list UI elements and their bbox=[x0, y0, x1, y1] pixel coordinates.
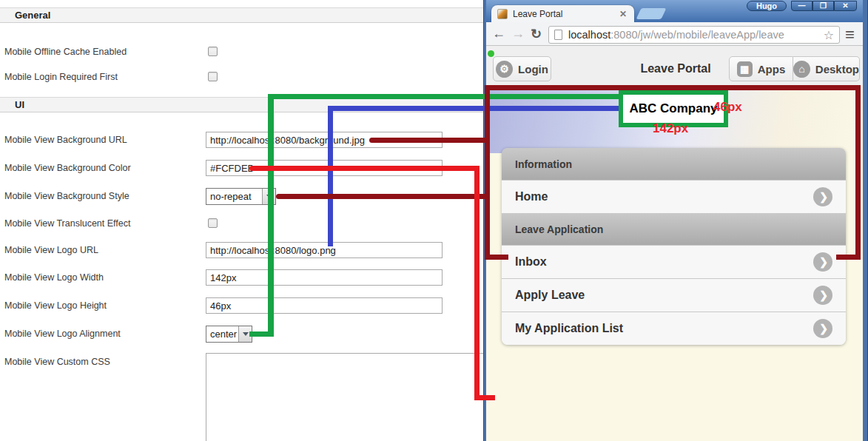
back-icon[interactable]: ← bbox=[492, 26, 505, 41]
url-host: localhost bbox=[568, 29, 610, 41]
browser-window: Leave Portal ✕ Hugo — ❐ ✕ ← → ↻ localhos… bbox=[483, 0, 868, 441]
field-label-offline-cache: Mobile Offline Cache Enabled bbox=[4, 47, 127, 57]
custom-css-textarea[interactable] bbox=[206, 353, 484, 441]
desktop-button[interactable]: ⌂ Desktop bbox=[793, 56, 860, 81]
annotation-darkred-frame bbox=[836, 255, 861, 260]
field-label-login-required: Mobile Login Required First bbox=[4, 72, 118, 82]
bookmark-star-icon[interactable]: ☆ bbox=[824, 28, 834, 42]
annotation-red-line bbox=[474, 166, 480, 400]
annotation-green-line bbox=[268, 94, 620, 99]
annotation-darkred-frame bbox=[485, 85, 490, 260]
settings-panel: General Mobile Offline Cache Enabled Mob… bbox=[0, 0, 483, 441]
field-label-logo-url: Mobile View Logo URL bbox=[4, 245, 98, 255]
chevron-right-icon: ❯ bbox=[813, 252, 832, 272]
address-bar[interactable]: localhost:8080/jw/web/mobile/leaveApp/le… bbox=[548, 26, 840, 44]
annotation-red-line bbox=[249, 166, 480, 171]
field-label-logo-height: Mobile View Logo Height bbox=[4, 300, 107, 311]
login-required-checkbox[interactable] bbox=[208, 72, 218, 81]
chevron-right-icon: ❯ bbox=[813, 187, 832, 206]
maximize-button[interactable]: ❐ bbox=[813, 1, 834, 11]
logo-alignment-value: center bbox=[206, 329, 238, 340]
translucent-checkbox[interactable] bbox=[208, 218, 218, 228]
apps-grid-icon: ▦ bbox=[737, 61, 753, 77]
field-label-logo-alignment: Mobile View Logo Alignment bbox=[4, 329, 121, 339]
chevron-right-icon: ❯ bbox=[813, 286, 832, 305]
field-label-bg-url: Mobile View Background URL bbox=[4, 135, 127, 145]
field-label-bg-color: Mobile View Background Color bbox=[4, 163, 131, 173]
logo-height-input[interactable] bbox=[206, 297, 443, 314]
apps-desktop-group: ▦ Apps ⌂ Desktop bbox=[729, 56, 860, 81]
list-item-apply-leave[interactable]: Apply Leave ❯ bbox=[502, 278, 846, 312]
logo-alignment-select[interactable]: center bbox=[206, 326, 252, 343]
list-header: Information bbox=[502, 148, 846, 180]
field-label-logo-width: Mobile View Logo Width bbox=[4, 272, 104, 283]
logo-width-annotation: 142px bbox=[653, 121, 688, 136]
annotation-darkred-line bbox=[276, 194, 489, 199]
tab-title: Leave Portal bbox=[513, 9, 619, 19]
field-label-custom-css: Mobile View Custom CSS bbox=[4, 357, 110, 367]
annotation-darkred-frame bbox=[855, 85, 861, 260]
gear-icon: ⚙ bbox=[496, 61, 513, 78]
desktop-label: Desktop bbox=[815, 63, 859, 75]
logo-text: ABC Company bbox=[629, 101, 717, 116]
apps-button[interactable]: ▦ Apps bbox=[729, 56, 793, 81]
annotation-blue-line bbox=[328, 106, 333, 246]
browser-window-border bbox=[863, 0, 868, 441]
list-item-inbox[interactable]: Inbox ❯ bbox=[502, 245, 846, 278]
logo-height-annotation: 46px bbox=[713, 100, 742, 115]
section-title: UI bbox=[15, 99, 24, 110]
browser-menu-icon[interactable]: ≡ bbox=[845, 25, 855, 44]
bg-style-select[interactable]: no-repeat bbox=[206, 188, 276, 205]
minimize-button[interactable]: — bbox=[791, 1, 813, 11]
home-icon: ⌂ bbox=[793, 61, 810, 78]
bg-style-value: no-repeat bbox=[206, 191, 262, 202]
list-item-home[interactable]: Home ❯ bbox=[502, 180, 846, 213]
list-item-my-application-list[interactable]: My Application List ❯ bbox=[502, 312, 846, 345]
page-icon bbox=[554, 30, 562, 40]
logo-width-input[interactable] bbox=[206, 269, 443, 286]
leave-portal-favicon-icon bbox=[497, 9, 508, 19]
close-button[interactable]: ✕ bbox=[834, 1, 857, 11]
mobile-menu-list: Information Home ❯ Leave Application Inb… bbox=[502, 148, 846, 345]
status-dot bbox=[488, 50, 494, 57]
annotation-blue-line bbox=[328, 106, 620, 111]
logo-url-input[interactable] bbox=[206, 242, 443, 258]
login-button[interactable]: ⚙ Login bbox=[493, 56, 551, 81]
refresh-icon[interactable]: ↻ bbox=[531, 26, 542, 42]
field-label-translucent: Mobile View Translucent Effect bbox=[4, 218, 130, 229]
annotation-darkred-frame bbox=[485, 255, 508, 260]
annotation-green-line bbox=[268, 94, 274, 337]
field-label-bg-style: Mobile View Background Style bbox=[4, 191, 129, 201]
annotation-darkred-frame bbox=[485, 85, 861, 90]
offline-cache-checkbox[interactable] bbox=[208, 47, 218, 56]
url-path: :8080/jw/web/mobile/leaveApp/leave bbox=[610, 29, 784, 41]
apps-label: Apps bbox=[758, 63, 786, 75]
browser-user-button[interactable]: Hugo bbox=[747, 1, 787, 11]
annotation-red-line bbox=[474, 395, 495, 400]
url-text[interactable]: localhost:8080/jw/web/mobile/leaveApp/le… bbox=[568, 29, 824, 41]
new-tab-button[interactable] bbox=[636, 8, 667, 19]
section-title: General bbox=[15, 10, 50, 21]
annotation-darkred-line bbox=[369, 138, 489, 143]
forward-icon[interactable]: → bbox=[511, 26, 525, 41]
tab-close-icon[interactable]: ✕ bbox=[619, 9, 627, 19]
browser-tab-leave-portal[interactable]: Leave Portal ✕ bbox=[491, 5, 634, 22]
chevron-right-icon: ❯ bbox=[813, 319, 832, 338]
login-label: Login bbox=[518, 63, 548, 75]
section-header-general: General bbox=[0, 7, 483, 23]
list-header: Leave Application bbox=[502, 213, 846, 245]
